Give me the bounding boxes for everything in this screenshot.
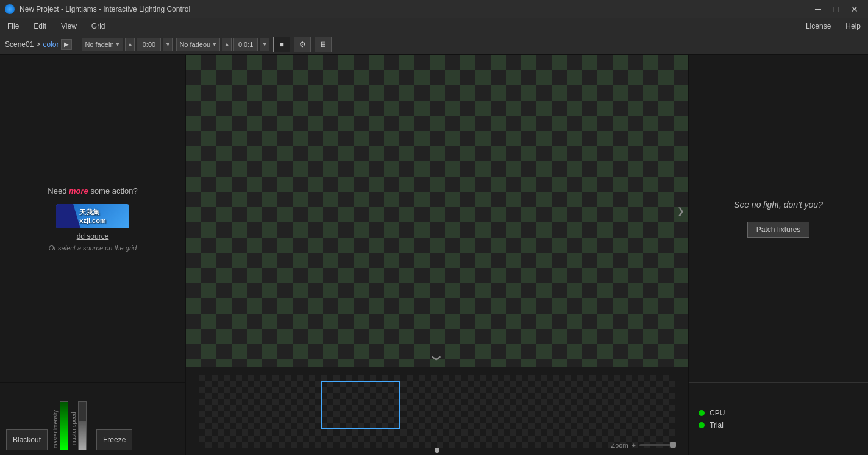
- fade-out-value[interactable]: 0:0:1: [233, 38, 258, 51]
- scene-path: Scene01 > color ▶: [5, 39, 72, 50]
- title-bar: New Project - Lightjams - Interactive Li…: [0, 0, 868, 18]
- promo-logo-text: 天我集xzji.com: [79, 208, 105, 224]
- maximize-button[interactable]: □: [828, 3, 845, 15]
- zoom-plus-label[interactable]: +: [632, 442, 636, 449]
- minimize-button[interactable]: ─: [809, 3, 827, 15]
- right-top-area: See no light, don't you? Patch fixtures: [689, 55, 868, 382]
- checkerboard-grid: [186, 55, 688, 367]
- fade-in-group: No fadein ▼ ▲ 0:00 ▼: [82, 38, 173, 51]
- minimap-checker: [199, 375, 675, 448]
- zoom-slider-track[interactable]: [639, 444, 676, 446]
- blackout-button[interactable]: Blackout: [6, 429, 48, 450]
- right-bottom-area: CPU Trial: [689, 382, 868, 455]
- trial-label: Trial: [710, 421, 724, 429]
- menu-edit[interactable]: Edit: [26, 18, 54, 34]
- minimap-dot: [435, 448, 439, 453]
- fade-out-up[interactable]: ▲: [222, 38, 232, 51]
- scene-name: Scene01: [5, 40, 34, 49]
- left-top-area: Need more some action? 天我集xzji.com dd so…: [0, 55, 185, 382]
- main-layout: Need more some action? 天我集xzji.com dd so…: [0, 55, 868, 455]
- minimap-wrapper: - Zoom +: [186, 367, 688, 455]
- right-panel: See no light, don't you? Patch fixtures …: [688, 55, 868, 455]
- fade-in-select[interactable]: No fadein ▼: [82, 38, 123, 51]
- master-speed-slider: master speed: [71, 401, 87, 450]
- toolbar: Scene01 > color ▶ No fadein ▼ ▲ 0:00 ▼ N…: [0, 34, 868, 55]
- promo-more-text: more: [69, 186, 88, 196]
- fade-out-group: No fadeou ▼ ▲ 0:0:1 ▼: [176, 38, 269, 51]
- center-panel: ❯ ❯ - Zoom +: [186, 55, 688, 455]
- fade-out-down[interactable]: ▼: [260, 38, 269, 51]
- master-intensity-label: master intensity: [52, 407, 59, 450]
- master-sliders: master intensity master speed: [52, 401, 87, 450]
- scene-separator: >: [36, 40, 40, 49]
- trial-status-dot: [699, 422, 705, 428]
- scene-sub: color: [43, 40, 59, 49]
- minimap-viewport[interactable]: [199, 375, 675, 448]
- app-icon: [5, 4, 15, 14]
- patch-fixtures-button[interactable]: Patch fixtures: [747, 222, 810, 238]
- promo-some-text: some action?: [88, 186, 138, 196]
- close-button[interactable]: ✕: [846, 3, 863, 15]
- left-bottom-area: Blackout master intensity master speed: [0, 382, 185, 455]
- menu-grid[interactable]: Grid: [84, 18, 113, 34]
- menu-file[interactable]: File: [0, 18, 26, 34]
- cpu-label: CPU: [710, 409, 725, 417]
- menu-view[interactable]: View: [54, 18, 84, 34]
- master-speed-track[interactable]: [78, 401, 87, 450]
- menu-bar: File Edit View Grid License Help: [0, 18, 868, 34]
- fade-in-value[interactable]: 0:00: [137, 38, 161, 51]
- cpu-status-dot: [699, 410, 705, 416]
- zoom-minus-label[interactable]: - Zoom: [607, 442, 628, 449]
- monitor-button[interactable]: 🖥: [315, 37, 332, 52]
- add-source-link[interactable]: dd source: [77, 232, 109, 241]
- window-controls: ─ □ ✕: [809, 3, 863, 15]
- trial-status-row: Trial: [699, 421, 858, 429]
- menu-help[interactable]: Help: [838, 18, 868, 34]
- fade-in-up[interactable]: ▲: [125, 38, 135, 51]
- fade-out-select[interactable]: No fadeou ▼: [176, 38, 220, 51]
- window-title: New Project - Lightjams - Interactive Li…: [20, 5, 809, 13]
- zoom-slider-thumb: [670, 442, 676, 448]
- master-speed-label: master speed: [71, 407, 77, 450]
- freeze-button[interactable]: Freeze: [96, 429, 132, 450]
- zoom-area: - Zoom +: [607, 442, 676, 449]
- grid-area[interactable]: ❯ ❯: [186, 55, 688, 367]
- master-intensity-slider: master intensity: [52, 401, 68, 450]
- fade-in-down[interactable]: ▼: [163, 38, 173, 51]
- left-panel: Need more some action? 天我集xzji.com dd so…: [0, 55, 186, 455]
- black-square-button[interactable]: ■: [273, 37, 290, 52]
- master-intensity-track[interactable]: [60, 401, 68, 450]
- promo-text: Need more some action?: [48, 185, 137, 198]
- menu-license[interactable]: License: [799, 18, 838, 34]
- see-no-light-text: See no light, don't you?: [734, 200, 823, 210]
- grid-right-arrow[interactable]: ❯: [677, 206, 685, 216]
- scene-forward-button[interactable]: ▶: [61, 39, 72, 50]
- cpu-status-row: CPU: [699, 409, 858, 417]
- link-button[interactable]: ⚙: [294, 37, 311, 52]
- promo-logo: 天我集xzji.com: [56, 204, 129, 228]
- grid-down-arrow[interactable]: ❯: [432, 354, 442, 362]
- or-text: Or select a source on the grid: [49, 244, 137, 252]
